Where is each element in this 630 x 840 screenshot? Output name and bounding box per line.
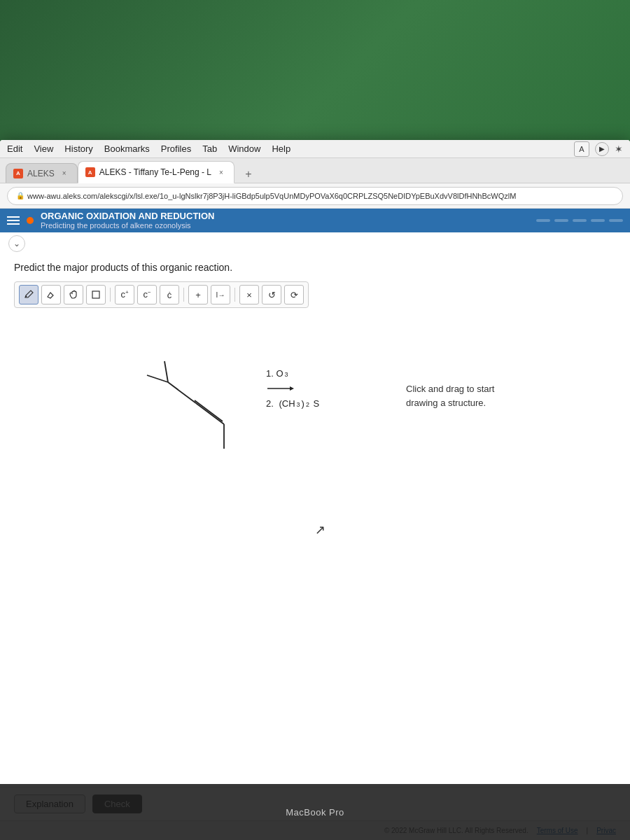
drag-hint: Click and drag to start drawing a struct… xyxy=(406,382,494,410)
aleks-header-info: ORGANIC OXIDATION AND REDUCTION Predicti… xyxy=(41,211,214,230)
c-minus-button[interactable]: c− xyxy=(137,285,157,304)
app-content: ORGANIC OXIDATION AND REDUCTION Predicti… xyxy=(0,209,630,840)
svg-line-2 xyxy=(196,403,224,424)
arrow-label: I→ xyxy=(216,291,225,299)
taskbar: MacBook Pro xyxy=(0,784,630,840)
address-url-text: www-awu.aleks.com/alekscgi/x/lsl.exe/1o_… xyxy=(27,192,516,200)
c-dot-label: ċ xyxy=(167,290,172,300)
tab-bar: A ALEKS × A ALEKS - Tiffany Te-L-Peng - … xyxy=(0,158,630,183)
redo-icon: ⟳ xyxy=(290,290,298,300)
hand-icon xyxy=(69,290,78,300)
menu-profiles[interactable]: Profiles xyxy=(161,144,191,154)
address-lock-icon: 🔒 xyxy=(16,192,24,200)
drag-hint-line1: Click and drag to start xyxy=(406,382,494,396)
reaction-step2: 2. (CH3)2 S xyxy=(266,398,319,409)
cursor-arrow-icon: ↖ xyxy=(315,522,326,538)
c-minus-label: c− xyxy=(143,289,150,300)
undo-button[interactable]: ↺ xyxy=(262,285,281,304)
c-dot-button[interactable]: ċ xyxy=(160,285,179,304)
menu-forward-button[interactable]: ▶ xyxy=(595,142,609,156)
toolbar-separator-3 xyxy=(234,288,235,302)
header-pill-3 xyxy=(573,219,587,222)
canvas-area[interactable]: 1. O3 2. (CH3)2 S Click and xyxy=(14,319,616,787)
step2-reagent: (CH xyxy=(279,398,295,409)
c-plus-button[interactable]: c+ xyxy=(115,285,134,304)
step2-subscript: 3 xyxy=(297,401,300,408)
tab-inactive-label: ALEKS xyxy=(27,169,55,178)
svg-line-1 xyxy=(168,382,196,403)
step2-num: 2. xyxy=(266,398,274,409)
plus-label: + xyxy=(195,290,201,300)
header-pill-2 xyxy=(554,219,568,222)
toolbar-separator-1 xyxy=(110,288,111,302)
menu-help[interactable]: Help xyxy=(272,144,290,154)
address-input[interactable]: 🔒 www-awu.aleks.com/alekscgi/x/lsl.exe/1… xyxy=(7,187,623,205)
menu-bar-right: A ▶ ✶ xyxy=(574,141,623,157)
molecule-structure xyxy=(126,347,266,462)
header-pill-5 xyxy=(609,219,623,222)
step1-text: 1. O xyxy=(266,368,284,379)
menu-view[interactable]: View xyxy=(34,144,53,154)
browser-window: Edit View History Bookmarks Profiles Tab… xyxy=(0,140,630,840)
menu-history[interactable]: History xyxy=(64,144,92,154)
reaction-step1: 1. O3 xyxy=(266,368,288,379)
tab-favicon-inactive: A xyxy=(13,169,23,178)
toolbar-separator-2 xyxy=(183,288,184,302)
c-plus-label: c+ xyxy=(120,289,128,300)
arrow-button[interactable]: I→ xyxy=(211,285,230,304)
svg-rect-0 xyxy=(92,291,99,298)
pencil-icon xyxy=(24,290,34,300)
tab-active-aleks[interactable]: A ALEKS - Tiffany Te-L-Peng - L × xyxy=(78,161,234,183)
menu-edit[interactable]: Edit xyxy=(7,144,22,154)
times-label: × xyxy=(246,290,252,300)
drawing-toolbar: c+ c− ċ + I→ × xyxy=(14,281,309,308)
drag-hint-line2: drawing a structure. xyxy=(406,396,494,410)
svg-line-3 xyxy=(195,400,223,421)
question-prompt: Predict the major products of this organ… xyxy=(14,262,616,273)
menu-tab[interactable]: Tab xyxy=(202,144,217,154)
aleks-header: ORGANIC OXIDATION AND REDUCTION Predicti… xyxy=(0,209,630,232)
svg-line-4 xyxy=(147,375,168,382)
tab-active-close[interactable]: × xyxy=(216,167,227,178)
aleks-section-label: ORGANIC OXIDATION AND REDUCTION xyxy=(41,211,214,221)
square-icon xyxy=(91,290,101,300)
tab-active-label: ALEKS - Tiffany Te-L-Peng - L xyxy=(99,167,211,177)
molecule-svg xyxy=(126,347,266,459)
times-button[interactable]: × xyxy=(239,285,259,304)
question-area: Predict the major products of this organ… xyxy=(0,255,630,787)
square-tool-button[interactable] xyxy=(86,285,106,304)
step2-subscript2: 2 xyxy=(306,401,309,408)
pencil-tool-button[interactable] xyxy=(19,285,38,304)
undo-icon: ↺ xyxy=(268,290,276,300)
aleks-status-dot xyxy=(27,217,34,224)
aleks-topic-title: Predicting the products of alkene ozonol… xyxy=(41,221,214,230)
header-pill-4 xyxy=(591,219,605,222)
svg-marker-8 xyxy=(290,386,294,391)
svg-line-5 xyxy=(164,361,168,382)
menu-a-button[interactable]: A xyxy=(574,141,589,157)
eraser-tool-button[interactable] xyxy=(41,285,61,304)
address-bar: 🔒 www-awu.aleks.com/alekscgi/x/lsl.exe/1… xyxy=(0,183,630,209)
reaction-arrow xyxy=(266,384,294,393)
plus-button[interactable]: + xyxy=(188,285,208,304)
menu-bookmarks[interactable]: Bookmarks xyxy=(104,144,150,154)
chevron-down-button[interactable]: ⌄ xyxy=(8,235,25,252)
step1-subscript: 3 xyxy=(285,371,288,378)
menu-star-button[interactable]: ✶ xyxy=(615,144,623,155)
hamburger-menu-button[interactable] xyxy=(7,216,20,225)
redo-button[interactable]: ⟳ xyxy=(284,285,304,304)
hand-tool-button[interactable] xyxy=(64,285,83,304)
reaction-arrow-svg xyxy=(266,384,294,393)
taskbar-label: MacBook Pro xyxy=(286,807,344,818)
eraser-icon xyxy=(46,290,56,300)
menu-bar: Edit View History Bookmarks Profiles Tab… xyxy=(0,140,630,158)
chevron-row: ⌄ xyxy=(0,232,630,255)
header-pills xyxy=(536,219,623,222)
tab-inactive-close[interactable]: × xyxy=(59,168,70,179)
tab-new-button[interactable]: + xyxy=(240,166,257,183)
tab-inactive-aleks[interactable]: A ALEKS × xyxy=(6,163,78,183)
tab-favicon-active: A xyxy=(85,167,95,177)
menu-window[interactable]: Window xyxy=(228,144,260,154)
reaction-conditions: 1. O3 2. (CH3)2 S xyxy=(266,368,319,409)
header-pill-1 xyxy=(536,219,550,222)
